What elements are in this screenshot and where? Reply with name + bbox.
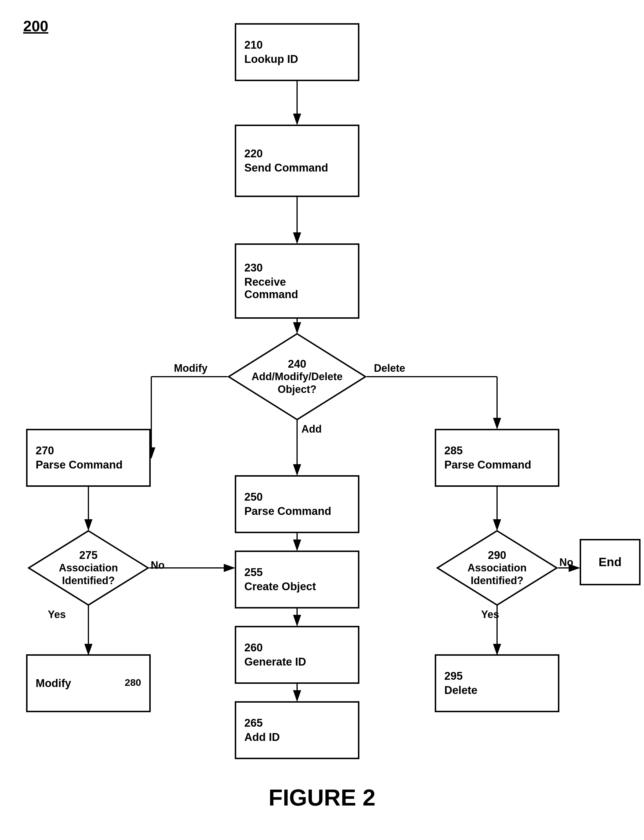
yes-label-290: Yes xyxy=(481,609,499,621)
box-270: 270 Parse Command xyxy=(26,429,151,487)
box-end: End xyxy=(580,539,641,585)
box-220: 220 Send Command xyxy=(235,125,360,197)
diamond-290: 290 AssociationIdentified? xyxy=(436,530,558,606)
diamond-240: 240 Add/Modify/DeleteObject? xyxy=(228,333,366,421)
box-280: Modify 280 xyxy=(26,654,151,712)
box-285: 285 Parse Command xyxy=(435,429,559,487)
diagram-container: 200 xyxy=(0,0,644,840)
box-250: 250 Parse Command xyxy=(235,475,360,533)
figure-label: FIGURE 2 xyxy=(269,784,376,811)
yes-label-275: Yes xyxy=(48,609,66,621)
box-265: 265 Add ID xyxy=(235,701,360,759)
add-label: Add xyxy=(301,423,322,435)
diamond-275: 275 AssociationIdentified? xyxy=(28,530,149,606)
box-210: 210 Lookup ID xyxy=(235,23,360,81)
box-295: 295 Delete xyxy=(435,654,559,712)
modify-label: Modify xyxy=(174,362,207,374)
delete-label: Delete xyxy=(374,362,405,374)
box-260: 260 Generate ID xyxy=(235,626,360,684)
box-230: 230 Receive Command xyxy=(235,243,360,319)
no-label-290: No xyxy=(559,556,573,569)
no-label-275: No xyxy=(151,559,164,571)
box-255: 255 Create Object xyxy=(235,551,360,609)
diagram-id: 200 xyxy=(23,17,48,35)
